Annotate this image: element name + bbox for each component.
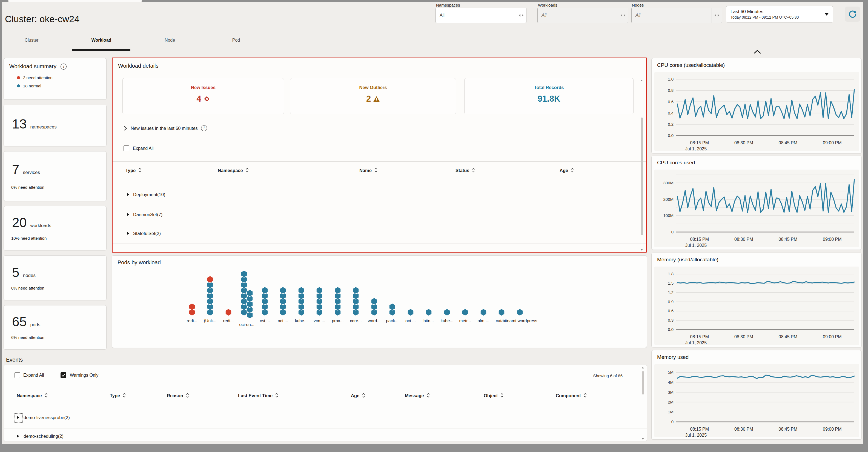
sort-icon[interactable] <box>500 393 504 398</box>
sort-icon[interactable] <box>583 393 587 398</box>
warnings-only-checkbox[interactable] <box>61 372 66 378</box>
pods-column-label: word... <box>368 318 381 323</box>
workload-expand-all-checkbox[interactable] <box>124 146 129 151</box>
next-icon[interactable] <box>522 14 523 17</box>
namespaces-filter[interactable]: All <box>435 8 526 23</box>
refresh-button[interactable] <box>845 7 860 22</box>
workloads-filter-value[interactable]: All <box>538 8 618 23</box>
col-namespace[interactable]: Namespace <box>218 168 249 173</box>
new-outliers-kpi[interactable]: New Outliers 2 <box>290 78 456 114</box>
scroll-down-icon[interactable] <box>641 249 643 251</box>
expand-caret-icon[interactable] <box>17 416 19 419</box>
col-status[interactable]: Status <box>456 168 475 173</box>
svg-text:1.2: 1.2 <box>668 290 674 295</box>
expand-caret-icon[interactable] <box>127 213 129 216</box>
svg-text:2M: 2M <box>668 400 674 404</box>
sort-icon[interactable] <box>186 393 189 398</box>
sort-icon[interactable] <box>427 393 430 398</box>
tab-cluster[interactable]: Cluster <box>25 38 39 43</box>
prev-icon[interactable] <box>715 14 716 17</box>
services-stat-card[interactable]: 7 services 0% need attention <box>4 151 106 201</box>
col-age[interactable]: Age <box>351 393 365 398</box>
event-row-demo-scheduling[interactable]: demo-scheduling(2) <box>17 434 64 439</box>
refresh-icon <box>848 10 857 19</box>
memory-used-chart: 5M4M3M2M1M008:15 PMJul 1, 202508:30 PM08… <box>654 364 859 437</box>
col-message[interactable]: Message <box>405 393 430 398</box>
col-type[interactable]: Type <box>110 393 126 398</box>
collapse-panel-button[interactable] <box>753 49 763 56</box>
next-icon[interactable] <box>624 14 625 17</box>
sort-icon[interactable] <box>275 393 279 398</box>
scroll-up-icon[interactable] <box>642 367 644 368</box>
nodes-filter[interactable]: All <box>631 8 722 23</box>
workloads-stat-card[interactable]: 20 workloads 10% need attention <box>4 206 106 250</box>
expand-caret-icon[interactable] <box>127 232 129 235</box>
services-count: 7 <box>12 163 20 176</box>
col-type[interactable]: Type <box>125 168 142 173</box>
expand-caret-icon[interactable] <box>17 434 19 438</box>
pods-stat-card[interactable]: 65 pods 6% need attention <box>4 305 106 350</box>
prev-icon[interactable] <box>621 14 622 17</box>
pods-column-label: kube... <box>295 318 308 323</box>
svg-text:08:15 PM: 08:15 PM <box>690 427 709 431</box>
workloads-filter[interactable]: All <box>537 8 628 23</box>
new-issues-collapsible[interactable]: New issues in the last 60 minutes i <box>124 125 207 131</box>
sort-icon[interactable] <box>362 393 365 398</box>
event-row-demo-livenessprobe[interactable]: demo-livenessprobe(2) <box>17 415 70 420</box>
new-issues-label: New Issues <box>123 85 284 90</box>
info-icon[interactable]: i <box>61 64 67 69</box>
sort-icon[interactable] <box>472 168 475 173</box>
namespaces-stat-card[interactable]: 13 namespaces <box>4 104 106 146</box>
col-reason[interactable]: Reason <box>167 393 189 398</box>
scroll-up-icon[interactable] <box>641 80 643 81</box>
events-scrollbar[interactable] <box>641 366 645 440</box>
col-object[interactable]: Object <box>484 393 504 398</box>
workload-summary-card[interactable]: Workload summary i 2 need attention 18 n… <box>4 58 106 100</box>
col-age[interactable]: Age <box>560 168 574 173</box>
total-records-kpi[interactable]: Total Records 91.8K <box>464 78 633 114</box>
sort-icon[interactable] <box>245 168 249 173</box>
events-expand-all-checkbox[interactable] <box>14 372 20 378</box>
memory-used-allocatable-card: Memory (used/allocatable) 1.81.51.20.90.… <box>651 252 862 348</box>
col-component[interactable]: Component <box>556 393 587 398</box>
expand-caret-icon[interactable] <box>127 193 129 196</box>
namespaces-filter-value[interactable]: All <box>436 8 516 23</box>
prev-icon[interactable] <box>519 14 520 17</box>
info-icon[interactable]: i <box>201 125 207 131</box>
sort-icon[interactable] <box>570 168 574 173</box>
svg-text:1.5: 1.5 <box>668 281 674 285</box>
nodes-stat-card[interactable]: 5 nodes 0% need attention <box>4 255 106 300</box>
table-row-deployment[interactable]: Deployment(10) <box>127 192 165 197</box>
sort-icon[interactable] <box>374 168 378 173</box>
nodes-filter-value[interactable]: All <box>631 8 712 23</box>
svg-text:08:30 PM: 08:30 PM <box>734 237 753 242</box>
table-row-daemonset[interactable]: DaemonSet(7) <box>127 212 162 217</box>
collapsible-label: New issues in the last 60 minutes <box>131 126 198 131</box>
chevron-up-icon <box>753 49 762 54</box>
workloads-filter-spinner[interactable] <box>618 8 628 23</box>
time-range-selector[interactable]: Last 60 Minutes Today 08:12 PM - 09:12 P… <box>726 6 833 23</box>
svg-text:09:00 PM: 09:00 PM <box>823 237 841 242</box>
svg-text:08:45 PM: 08:45 PM <box>779 334 797 339</box>
total-records-value: 91.8K <box>538 94 560 104</box>
tab-workload[interactable]: Workload <box>92 38 112 43</box>
tab-node[interactable]: Node <box>165 38 175 43</box>
tab-pod[interactable]: Pod <box>232 38 240 43</box>
namespaces-filter-spinner[interactable] <box>516 8 526 23</box>
sort-icon[interactable] <box>138 168 142 173</box>
table-row-statefulset[interactable]: StatefulSet(2) <box>127 231 161 236</box>
scroll-down-icon[interactable] <box>642 438 644 440</box>
new-issues-kpi[interactable]: New Issues 4 <box>122 78 284 114</box>
pods-column-label: (Unk... <box>204 318 216 323</box>
svg-text:0.2: 0.2 <box>668 122 674 126</box>
sort-icon[interactable] <box>44 393 48 398</box>
time-range-secondary: Today 08:12 PM - 09:12 PM UTC+05:30 <box>731 15 825 20</box>
workload-details-scrollbar[interactable] <box>640 79 644 251</box>
svg-text:100M: 100M <box>663 213 674 218</box>
next-icon[interactable] <box>718 14 719 17</box>
col-namespace[interactable]: Namespace <box>17 393 48 398</box>
col-last-event-time[interactable]: Last Event Time <box>238 393 279 398</box>
nodes-filter-spinner[interactable] <box>712 8 722 23</box>
sort-icon[interactable] <box>122 393 126 398</box>
col-name[interactable]: Name <box>359 168 378 173</box>
